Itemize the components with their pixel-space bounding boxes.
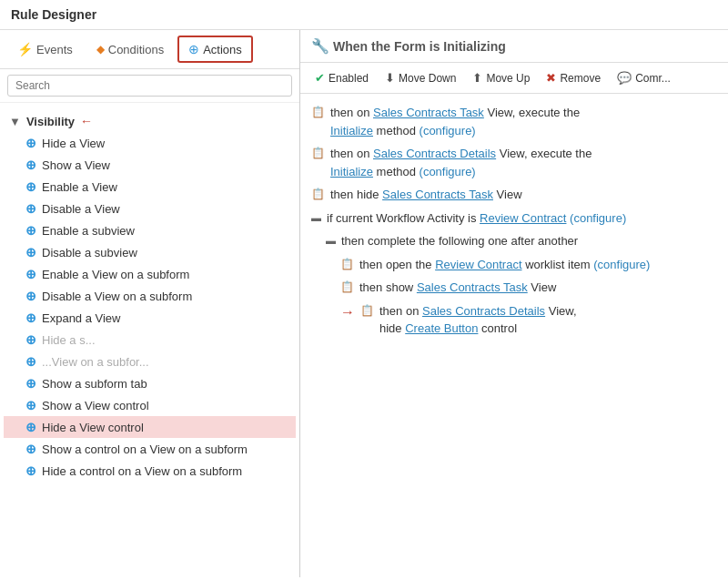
rule-text: then on Sales Contracts Task View, execu… xyxy=(330,104,580,139)
link-sales-contracts-details-2[interactable]: Sales Contracts Details xyxy=(422,304,545,318)
link-sales-contracts-task-2[interactable]: Sales Contracts Task xyxy=(382,188,493,201)
right-panel: 🔧 When the Form is Initializing ✔ Enable… xyxy=(300,30,728,577)
list-item[interactable]: ⊕ ...View on a subfor... xyxy=(4,351,296,372)
tab-actions[interactable]: ⊕ Actions xyxy=(177,36,253,63)
search-box xyxy=(0,69,299,103)
add-icon: ⊕ xyxy=(25,201,36,216)
rule-text: then open the Review Contract worklist i… xyxy=(359,256,650,274)
arrow-right-icon: ← xyxy=(80,114,93,128)
rule-text: if current Workflow Activity is Review C… xyxy=(327,209,626,228)
form-title: When the Form is Initializing xyxy=(333,39,506,54)
rule-row-highlighted: → 📋 then on Sales Contracts Details View… xyxy=(340,300,717,341)
list-item[interactable]: ⊕ Enable a View xyxy=(4,176,296,198)
list-item[interactable]: ⊕ Expand a View xyxy=(4,307,296,329)
link-review-contract[interactable]: Review Contract xyxy=(480,211,566,225)
add-icon: ⊕ xyxy=(25,442,36,456)
item-label: Enable a View xyxy=(42,180,117,194)
remove-button[interactable]: ✖ Remove xyxy=(539,67,608,88)
move-down-label: Move Down xyxy=(399,72,456,85)
move-down-icon: ⬇ xyxy=(385,71,395,85)
comment-label: Comr... xyxy=(635,72,671,85)
link-configure-2[interactable]: (configure) xyxy=(420,165,476,178)
list-item[interactable]: ⊕ Disable a View on a subform xyxy=(4,285,296,307)
enabled-label: Enabled xyxy=(329,72,369,85)
rule-icon: 📋 xyxy=(311,188,325,200)
list-item[interactable]: ⊕ Show a subform tab xyxy=(4,372,296,394)
right-header: 🔧 When the Form is Initializing xyxy=(300,30,728,63)
link-configure-3[interactable]: (configure) xyxy=(570,211,626,225)
list-item[interactable]: ⊕ Enable a View on a subform xyxy=(4,263,296,285)
rule-icon: 📋 xyxy=(311,147,325,159)
rule-row: ▬ then complete the following one after … xyxy=(326,229,717,253)
add-icon: ⊕ xyxy=(25,354,36,369)
add-icon: ⊕ xyxy=(25,398,36,412)
move-up-icon: ⬆ xyxy=(472,71,482,85)
item-label: Show a View control xyxy=(42,399,149,412)
list-item[interactable]: ⊕ Hide a control on a View on a subform xyxy=(4,460,296,482)
rule-text: then show Sales Contracts Task View xyxy=(359,279,556,297)
toolbar: ✔ Enabled ⬇ Move Down ⬆ Move Up ✖ Remove… xyxy=(300,63,728,94)
move-down-button[interactable]: ⬇ Move Down xyxy=(378,67,463,88)
link-initialize-2[interactable]: Initialize xyxy=(330,165,373,178)
rule-row: 📋 then on Sales Contracts Task View, exe… xyxy=(311,101,717,142)
list-item[interactable]: ⊕ Disable a View xyxy=(4,198,296,219)
rule-text: then on Sales Contracts Details View, hi… xyxy=(379,302,577,338)
list-item[interactable]: ⊕ Show a control on a View on a subform xyxy=(4,438,296,460)
collapse-icon[interactable]: ▬ xyxy=(311,212,321,223)
list-item[interactable]: ⊕ Enable a subview xyxy=(4,219,296,241)
events-icon: ⚡ xyxy=(17,42,33,56)
link-review-contract-2[interactable]: Review Contract xyxy=(435,258,521,271)
tab-events[interactable]: ⚡ Events xyxy=(7,36,83,62)
list-item[interactable]: ⊕ Show a View control xyxy=(4,394,296,416)
form-icon: 🔧 xyxy=(311,37,329,55)
link-sales-contracts-task[interactable]: Sales Contracts Task xyxy=(373,106,484,119)
tab-conditions[interactable]: ◆ Conditions xyxy=(86,37,174,62)
add-icon: ⊕ xyxy=(25,245,36,259)
tree-section-header: ▼ Visibility ← xyxy=(4,110,296,132)
arrow-indicator: → xyxy=(340,304,355,321)
list-item[interactable]: ⊕ Hide a View xyxy=(4,132,296,154)
rule-row: ▬ if current Workflow Activity is Review… xyxy=(311,207,717,230)
item-label: Show a control on a View on a subform xyxy=(42,443,248,456)
actions-icon: ⊕ xyxy=(188,42,199,56)
expand-icon[interactable]: ▼ xyxy=(9,115,21,128)
rule-text: then on Sales Contracts Details View, ex… xyxy=(330,145,592,180)
section-label: Visibility xyxy=(26,115,75,128)
add-icon: ⊕ xyxy=(25,289,36,303)
list-item[interactable]: ⊕ Disable a subview xyxy=(4,241,296,263)
move-up-label: Move Up xyxy=(486,72,530,85)
add-icon: ⊕ xyxy=(25,332,36,347)
link-initialize[interactable]: Initialize xyxy=(330,124,373,137)
comment-button[interactable]: 💬 Comr... xyxy=(610,67,678,88)
link-configure[interactable]: (configure) xyxy=(420,124,476,137)
item-label: Enable a subview xyxy=(42,224,135,238)
rules-area: 📋 then on Sales Contracts Task View, exe… xyxy=(300,94,728,577)
list-item[interactable]: ⊕ Show a View xyxy=(4,154,296,176)
remove-icon: ✖ xyxy=(546,71,556,85)
link-configure-4[interactable]: (configure) xyxy=(593,258,650,271)
rule-text: then complete the following one after an… xyxy=(341,232,578,250)
tab-actions-label: Actions xyxy=(203,43,242,56)
item-label: Disable a View on a subform xyxy=(42,290,192,303)
add-icon: ⊕ xyxy=(25,223,36,238)
link-create-button[interactable]: Create Button xyxy=(405,321,478,335)
item-label: Hide a View control xyxy=(42,421,144,434)
enabled-button[interactable]: ✔ Enabled xyxy=(308,67,376,88)
rule-row: 📋 then on Sales Contracts Details View, … xyxy=(311,142,717,183)
collapse-icon-2[interactable]: ▬ xyxy=(326,235,336,246)
rule-row: 📋 then open the Review Contract worklist… xyxy=(340,253,717,277)
checkmark-icon: ✔ xyxy=(315,71,325,85)
list-item-hide-view-control[interactable]: ⊕ Hide a View control xyxy=(4,416,296,438)
item-label: Enable a View on a subform xyxy=(42,268,189,281)
item-label: Hide a control on a View on a subform xyxy=(42,464,242,478)
conditions-icon: ◆ xyxy=(96,43,105,56)
list-item[interactable]: ⊕ Hide a s... xyxy=(4,329,296,351)
link-sales-contracts-task-3[interactable]: Sales Contracts Task xyxy=(417,280,528,294)
rule-row: 📋 then hide Sales Contracts Task View xyxy=(311,183,717,207)
item-label: Show a subform tab xyxy=(42,377,147,391)
add-icon: ⊕ xyxy=(25,376,36,391)
link-sales-contracts-details[interactable]: Sales Contracts Details xyxy=(373,147,496,160)
search-input[interactable] xyxy=(7,75,292,97)
rule-icon: 📋 xyxy=(311,106,325,118)
move-up-button[interactable]: ⬆ Move Up xyxy=(465,67,537,88)
